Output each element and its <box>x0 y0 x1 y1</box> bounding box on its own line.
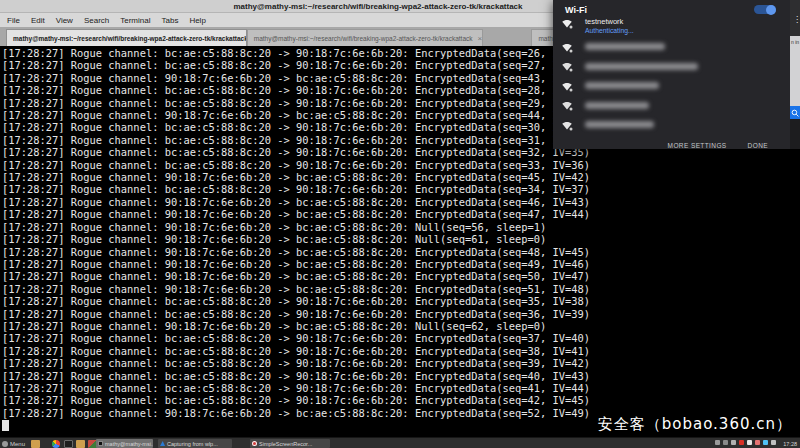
terminal-line: [17:28:27] Rogue channel: 90:18:7c:6e:6b… <box>2 196 800 208</box>
wifi-signal-icon <box>560 41 574 53</box>
search-icon <box>791 109 799 117</box>
desktop: mathy@mathy-msi:~/research/wifi/breaking… <box>0 0 800 448</box>
redacted-network-name <box>585 82 659 89</box>
wifi-panel-title: Wi-Fi <box>565 5 587 15</box>
taskbar-clock: 17:28 <box>783 441 797 447</box>
network-item-redacted[interactable] <box>553 76 790 96</box>
tab-label: mathy@mathy-msi:~/research/wifi/breaking… <box>254 35 473 42</box>
task-button-label: Capturing from wlp... <box>167 441 218 447</box>
terminal-line: [17:28:27] Rogue channel: bc:ae:c5:88:8c… <box>2 357 800 369</box>
wifi-toggle-knob <box>766 5 776 15</box>
terminal-line: [17:28:27] Rogue channel: 90:18:7c:6e:6b… <box>2 233 800 245</box>
menubar-item-help[interactable]: Help <box>189 16 205 25</box>
wifi-signal-icon <box>560 99 574 111</box>
task-button-label: mathy@mathy-msi... <box>105 441 153 447</box>
more-settings-button[interactable]: MORE SETTINGS <box>668 142 727 149</box>
tab-close-icon[interactable]: × <box>478 34 483 43</box>
redacted-network-name <box>585 102 649 109</box>
menubar-item-file[interactable]: File <box>7 16 20 25</box>
network-item-redacted[interactable] <box>553 115 790 135</box>
wifi-panel-header: Wi-Fi <box>553 0 790 15</box>
tray-user-icon[interactable] <box>771 440 776 445</box>
terminal-launcher-icon[interactable] <box>64 440 73 448</box>
terminal-line: [17:28:27] Rogue channel: 90:18:7c:6e:6b… <box>2 208 800 220</box>
network-item-redacted[interactable] <box>553 57 790 77</box>
wifi-signal-icon <box>560 119 574 131</box>
network-item-testnetwork[interactable]: testnetwork Authenticating... <box>553 15 790 37</box>
terminal-line: [17:28:27] Rogue channel: bc:ae:c5:88:8c… <box>2 295 800 307</box>
menu-button-label: Menu <box>10 441 25 447</box>
tray-volume-icon[interactable] <box>715 440 720 445</box>
redacted-network-name <box>585 63 698 70</box>
background-app-content <box>790 119 800 149</box>
terminal-line: [17:28:27] Rogue channel: bc:ae:c5:88:8c… <box>2 345 800 357</box>
wireshark-icon <box>160 441 165 446</box>
menubar-item-view[interactable]: View <box>56 16 73 25</box>
terminal-icon <box>98 441 103 446</box>
terminal-line: [17:28:27] Rogue channel: bc:ae:c5:88:8c… <box>2 382 800 394</box>
wifi-signal-icon <box>560 17 574 29</box>
menubar-item-terminal[interactable]: Terminal <box>120 16 150 25</box>
task-button-screenrecorder[interactable]: SimpleScreenRecor... <box>250 439 330 448</box>
search-button[interactable] <box>790 106 800 119</box>
tray-wifi-icon[interactable] <box>763 440 768 445</box>
tray-record-icon[interactable] <box>739 440 744 445</box>
taskbar: Menu mathy@mathy-msi... Capturing from w… <box>0 437 800 448</box>
tab-active[interactable]: mathy@mathy-msi:~/research/wifi/breaking… <box>6 29 247 46</box>
terminal-line: [17:28:27] Rogue channel: 90:18:7c:6e:6b… <box>2 246 800 258</box>
wifi-panel-footer: MORE SETTINGS DONE <box>553 142 790 149</box>
tray-update-icon[interactable] <box>755 440 760 445</box>
redacted-network-name <box>585 121 654 128</box>
tray-network-icon[interactable] <box>731 440 736 445</box>
system-tray <box>715 440 776 445</box>
tray-battery-icon[interactable] <box>747 440 752 445</box>
watermark: 安全客（bobao.360.cn） <box>598 415 792 434</box>
menu-logo-icon <box>2 441 8 447</box>
tray-bluetooth-icon[interactable] <box>723 440 728 445</box>
signin-button-fragment[interactable]: n in <box>790 36 800 45</box>
network-status: Authenticating... <box>585 27 634 34</box>
terminal-line: [17:28:27] Rogue channel: bc:ae:c5:88:8c… <box>2 308 800 320</box>
terminal-line: [17:28:27] Rogue channel: bc:ae:c5:88:8c… <box>2 370 800 382</box>
menubar-item-edit[interactable]: Edit <box>31 16 45 25</box>
terminal-line: [17:28:27] Rogue channel: 90:18:7c:6e:6b… <box>2 258 800 270</box>
terminal-line: [17:28:27] Rogue channel: 90:18:7c:6e:6b… <box>2 221 800 233</box>
wifi-toggle[interactable] <box>754 5 776 14</box>
redacted-network-name <box>585 43 665 50</box>
browser-launcher-icon[interactable] <box>52 440 60 448</box>
screen-recorder-icon <box>252 441 257 446</box>
task-button-terminal[interactable]: mathy@mathy-msi... <box>96 439 153 448</box>
terminal-cursor <box>2 420 9 431</box>
done-button[interactable]: DONE <box>748 142 768 149</box>
network-item-redacted[interactable] <box>553 96 790 116</box>
wifi-signal-icon <box>560 60 574 72</box>
network-name: testnetwork <box>585 17 634 26</box>
task-button-label: SimpleScreenRecor... <box>259 441 312 447</box>
tab-inactive[interactable]: mathy@mathy-msi:~/research/wifi/breaking… <box>247 29 484 46</box>
terminal-line: [17:28:27] Rogue channel: bc:ae:c5:88:8c… <box>2 332 800 344</box>
folder-launcher-icon[interactable] <box>76 440 85 448</box>
menu-button[interactable]: Menu <box>2 439 25 448</box>
files-launcher-icon[interactable] <box>31 440 40 448</box>
tab-label: mathy@mathy-msi:~/research/wifi/breaking… <box>13 35 247 42</box>
terminal-line: [17:28:27] Rogue channel: 90:18:7c:6e:6b… <box>2 270 800 282</box>
terminal-line: [17:28:27] Rogue channel: bc:ae:c5:88:8c… <box>2 183 800 195</box>
wifi-signal-icon <box>560 80 574 92</box>
wifi-panel: Wi-Fi testnetwork Authenticating... <box>553 0 790 149</box>
task-button-wireshark[interactable]: Capturing from wlp... <box>158 439 232 448</box>
terminal-line: [17:28:27] Rogue channel: 90:18:7c:6e:6b… <box>2 171 800 183</box>
background-app-edge: n in ⋮ <box>790 0 800 149</box>
terminal-line: [17:28:27] Rogue channel: bc:ae:c5:88:8c… <box>2 159 800 171</box>
menubar-item-search[interactable]: Search <box>84 16 109 25</box>
background-app-toolbar: n in <box>790 36 800 106</box>
window-title: mathy@mathy-msi:~/research/wifi/breaking… <box>233 2 522 11</box>
terminal-line: [17:28:27] Rogue channel: 90:18:7c:6e:6b… <box>2 283 800 295</box>
overflow-menu-icon[interactable]: ⋮ <box>793 15 800 24</box>
menubar-item-tabs[interactable]: Tabs <box>161 16 178 25</box>
network-item-redacted[interactable] <box>553 37 790 57</box>
terminal-line: [17:28:27] Rogue channel: 90:18:7c:6e:6b… <box>2 320 800 332</box>
terminal-line: [17:28:27] Rogue channel: bc:ae:c5:88:8c… <box>2 394 800 406</box>
